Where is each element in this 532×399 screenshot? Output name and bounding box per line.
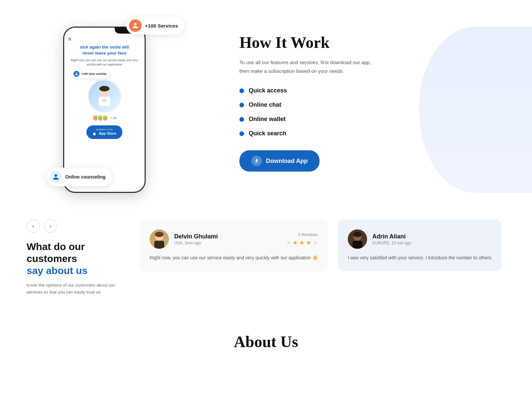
reviews-subtext: Know the opinions of our customers about… [27, 282, 120, 296]
doctor-image [88, 79, 121, 113]
stars-delvin: ★ ★ ★ ★ ★ [286, 239, 318, 246]
feature-dot-online-chat [239, 103, 244, 107]
phone-menu-icon: ≡ [68, 36, 71, 42]
counseling-badge: Online counseling [47, 168, 112, 186]
how-it-work-section: How It Work To use all our features and … [200, 13, 505, 180]
counseling-icon [50, 171, 62, 183]
star-1: ★ [286, 239, 291, 246]
reviewer-avatar-delvin [150, 229, 169, 249]
star-4: ★ [306, 239, 311, 246]
reviewer-location-delvin: USA, 3min ago [174, 241, 218, 245]
reviews-left: ‹ › What do our customers say about us K… [27, 219, 120, 296]
appstore-top: Available on the [96, 128, 113, 131]
download-btn-label: Download App [266, 158, 308, 165]
svg-rect-7 [103, 96, 106, 100]
feature-dot-online-wallet [239, 117, 244, 122]
svg-rect-11 [154, 241, 164, 249]
reviewer-info-adrin: Adrin Aliani EUROPE, 10 min ago [372, 233, 411, 245]
review-card-adrin-header: Adrin Aliani EUROPE, 10 min ago [348, 229, 492, 249]
reviewer-name-adrin: Adrin Aliani [372, 233, 411, 240]
feature-dot-quick-search [239, 131, 244, 136]
download-app-button[interactable]: Download App [239, 150, 320, 172]
reviewer-location-adrin: EUROPE, 10 min ago [372, 241, 411, 245]
next-arrow[interactable]: › [44, 219, 57, 233]
services-badge: +100 Services [126, 17, 184, 35]
reviewer-name-delvin: Delvin Ghulami [174, 233, 218, 240]
how-it-work-description: To use all our features and services, fi… [239, 58, 379, 75]
phone-headline-normal: sick again the smile will [80, 45, 129, 50]
feature-online-chat: Online chat [239, 101, 505, 108]
reviews-header: ‹ › What do our customers say about us K… [27, 219, 505, 296]
avatar-row: 😊 😊 😊 + 50 [92, 115, 116, 121]
user-activity-icon [73, 71, 79, 77]
user-activity-label: +100 User activity [81, 72, 106, 75]
feature-label-quick-access: Quick access [249, 87, 287, 94]
reviews-count-delvin: 5 Reviews [286, 232, 318, 237]
appstore-main-label: App Store [99, 131, 116, 135]
review-rating-delvin: 5 Reviews ★ ★ ★ ★ ★ [286, 232, 318, 246]
svg-point-14 [353, 232, 362, 237]
appstore-main: App Store [92, 131, 116, 136]
svg-point-10 [155, 232, 164, 237]
feature-dot-quick-access [239, 88, 244, 93]
reviews-heading: What do our customers say about us [27, 241, 120, 277]
reviewer-info-delvin: Delvin Ghulami USA, 3min ago [174, 233, 218, 245]
review-text-delvin: Right now, you can use our service easil… [150, 254, 318, 261]
reviews-heading-line1: What do our customers [27, 241, 85, 264]
phone-subtext: Right now, you can use our service easil… [68, 58, 141, 66]
phone-headline: sick again the smile will never leave yo… [80, 44, 129, 56]
feature-label-online-wallet: Online wallet [249, 116, 286, 123]
phone-headline-blue: never leave your face [82, 51, 126, 56]
review-card-delvin: Delvin Ghulami USA, 3min ago 5 Reviews ★… [140, 219, 328, 271]
how-it-work-title: How It Work [239, 33, 505, 52]
star-2: ★ [293, 239, 298, 246]
services-badge-label: +100 Services [145, 23, 178, 29]
appstore-button[interactable]: Available on the App Store [86, 125, 122, 139]
star-5: ★ [313, 239, 318, 246]
svg-rect-15 [352, 241, 362, 249]
avatar-3: 😊 [102, 115, 108, 121]
review-text-adrin: I was very satisfied with your service. … [348, 254, 492, 261]
feature-label-quick-search: Quick search [249, 130, 286, 137]
feature-online-wallet: Online wallet [239, 116, 505, 123]
review-card-adrin: Adrin Aliani EUROPE, 10 min ago I was ve… [338, 219, 502, 271]
avatar-count: + 50 [110, 116, 116, 120]
nav-arrows: ‹ › [27, 219, 120, 233]
review-cards: Delvin Ghulami USA, 3min ago 5 Reviews ★… [140, 219, 505, 271]
services-badge-icon [129, 19, 142, 32]
about-section: About Us [0, 313, 532, 364]
svg-point-4 [99, 86, 110, 91]
star-3: ★ [299, 239, 305, 246]
phone-inner: ≡ sick again the smile will never leave … [64, 34, 145, 142]
feature-quick-access: Quick access [239, 87, 505, 94]
reviewer-avatar-adrin [348, 229, 367, 249]
reviews-section: ‹ › What do our customers say about us K… [0, 200, 532, 313]
feature-list: Quick access Online chat Online wallet Q… [239, 87, 505, 137]
feature-label-online-chat: Online chat [249, 101, 281, 108]
download-icon [251, 156, 262, 166]
review-card-delvin-header: Delvin Ghulami USA, 3min ago 5 Reviews ★… [150, 229, 318, 249]
counseling-label: Online counseling [65, 174, 105, 180]
feature-quick-search: Quick search [239, 130, 505, 137]
prev-arrow[interactable]: ‹ [27, 219, 40, 233]
about-title: About Us [27, 332, 505, 351]
user-activity-badge: +100 User activity [71, 69, 110, 78]
reviews-heading-line2: say about us [27, 265, 87, 276]
phone-area: +100 Services ≡ sick again the smile wil… [27, 13, 200, 180]
top-section: +100 Services ≡ sick again the smile wil… [0, 0, 532, 200]
